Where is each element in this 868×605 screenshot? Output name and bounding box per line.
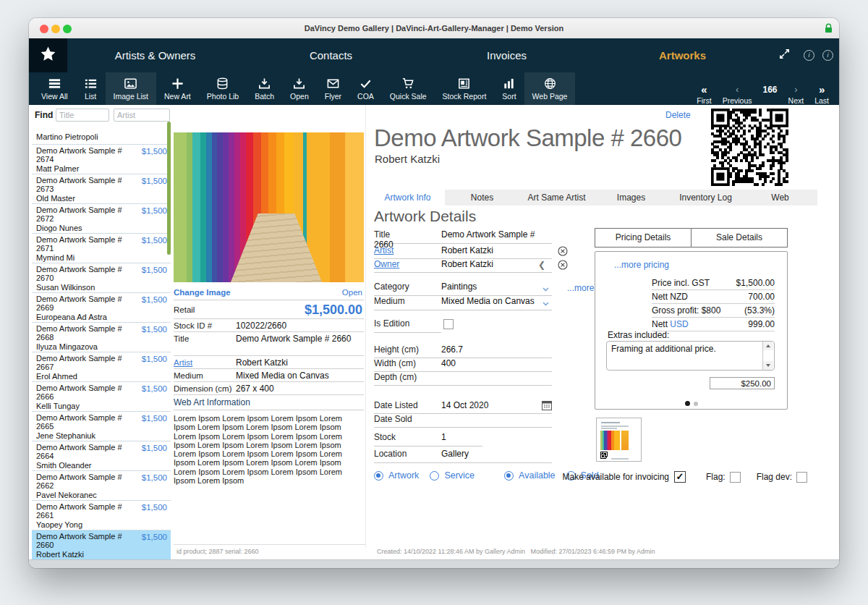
window-titlebar[interactable]: DaVincy Demo Gallery | DaVinci-Art-Galle…: [29, 18, 839, 39]
previous-record-button[interactable]: ‹ Previous: [723, 84, 752, 105]
nav-tab-invoices[interactable]: Invoices: [419, 38, 595, 72]
artwork-list-item[interactable]: Demo Artwork Sample # 2664Smith Oleander…: [32, 441, 171, 471]
pagination-dot-active[interactable]: [685, 401, 690, 406]
artwork-radio[interactable]: [374, 471, 383, 481]
toolbar-button-batch[interactable]: Batch: [247, 72, 282, 105]
info-icon[interactable]: i: [822, 50, 833, 61]
pagination-dot[interactable]: [694, 402, 698, 406]
artwork-image[interactable]: [174, 132, 364, 282]
owner-link[interactable]: Owner: [374, 259, 399, 269]
tab-sale-details[interactable]: Sale Details: [692, 229, 787, 247]
artwork-list-item[interactable]: Demo Artwork Sample # 2672Diogo Nunes$1,…: [32, 204, 171, 234]
artwork-list-item[interactable]: Demo Artwork Sample # 2665Jene Stephaniu…: [32, 412, 171, 441]
field-row-artist[interactable]: ArtistRobert Katzki: [374, 245, 552, 259]
tab-inventory-log[interactable]: Inventory Log: [668, 190, 743, 206]
field-row-date-listed[interactable]: Date Listed14 Oct 2020: [374, 400, 552, 414]
image-panel-row-dimension-cm[interactable]: Dimension (cm)267 x 400: [174, 382, 364, 395]
usd-link[interactable]: USD: [670, 319, 688, 329]
favorites-star-button[interactable]: [29, 38, 67, 72]
artwork-list-item[interactable]: Demo Artwork Sample # 2661Yaopey Yong$1,…: [32, 501, 171, 530]
open-image-link[interactable]: Open: [342, 288, 362, 297]
artwork-list-item[interactable]: Demo Artwork Sample # 2669Europeana Ad A…: [32, 293, 171, 323]
field-row-medium[interactable]: MediumMixed Media on Canvas: [374, 296, 552, 310]
field-row-location[interactable]: LocationGallery: [374, 449, 552, 463]
field-row-date-sold[interactable]: Date Sold: [374, 414, 552, 428]
field-row-width[interactable]: Width (cm)400: [374, 358, 552, 372]
artist-link[interactable]: Artist: [374, 245, 393, 255]
artwork-list-item[interactable]: Demo Artwork Sample # 2666Kelli Tungay$1…: [32, 382, 171, 412]
more-link[interactable]: ...more: [567, 283, 594, 293]
artwork-list-item[interactable]: Demo Artwork Sample # 2662Pavel Nekorane…: [32, 471, 171, 501]
image-panel-row-title[interactable]: TitleDemo Artwork Sample # 2660: [174, 332, 364, 356]
tab-art-same-artist[interactable]: Art Same Artist: [519, 190, 594, 206]
artwork-list-item[interactable]: Demo Artwork Sample # 2673Old Master$1,5…: [32, 174, 171, 204]
medium-select[interactable]: Mixed Media on Canvas: [441, 296, 535, 306]
field-row-category[interactable]: CategoryPaintings ...more: [374, 282, 552, 296]
is-edition-checkbox[interactable]: [443, 319, 454, 329]
location-field[interactable]: Gallery: [441, 449, 469, 459]
chevron-down-icon[interactable]: [542, 298, 549, 308]
toolbar-button-quick-sale[interactable]: Quick Sale: [382, 72, 435, 105]
height-field[interactable]: 266.7: [441, 344, 463, 355]
toolbar-button-new-art[interactable]: New Art: [156, 72, 199, 105]
artwork-list-item[interactable]: Demo Artwork Sample # 2667Erol Ahmed$1,5…: [32, 352, 171, 382]
artist-link[interactable]: Artist: [174, 356, 236, 369]
last-record-button[interactable]: » Last: [814, 84, 829, 105]
service-radio[interactable]: [430, 471, 439, 481]
artwork-list-item[interactable]: Demo Artwork Sample # 2660Robert Katzki$…: [32, 530, 171, 560]
toolbar-button-list[interactable]: List: [76, 72, 106, 105]
tab-images[interactable]: Images: [594, 190, 668, 206]
artwork-list-item[interactable]: Demo Artwork Sample # 2671Mymind Mi$1,50…: [32, 234, 171, 263]
scroll-up-button[interactable]: [763, 342, 773, 350]
image-panel-row-stock-id[interactable]: Stock ID #102022/2660: [174, 319, 364, 332]
find-artist-input[interactable]: [114, 109, 170, 122]
toolbar-button-photo-lib[interactable]: Photo Lib: [199, 72, 247, 105]
extras-textarea[interactable]: Framing at additional price.: [606, 341, 775, 371]
width-field[interactable]: 400: [441, 358, 456, 368]
scroll-down-button[interactable]: [763, 361, 773, 370]
owner-field[interactable]: Robert Katzki: [441, 259, 493, 269]
artwork-list-item-partial[interactable]: Martino Pietropoli: [32, 127, 171, 145]
toolbar-button-view-all[interactable]: View All: [33, 72, 76, 105]
chevron-down-icon[interactable]: [542, 284, 549, 294]
clear-artist-icon[interactable]: [558, 246, 568, 258]
nav-tab-artists-owners[interactable]: Artists & Owners: [67, 38, 243, 72]
field-row-depth[interactable]: Depth (cm): [374, 372, 552, 386]
expand-window-icon[interactable]: [778, 47, 791, 64]
tab-artwork-info[interactable]: Artwork Info: [370, 190, 445, 206]
tab-pricing-details[interactable]: Pricing Details: [595, 229, 692, 247]
image-panel-row-medium[interactable]: MediumMixed Media on Canvas: [174, 369, 364, 382]
next-record-button[interactable]: › Next: [788, 84, 804, 105]
change-image-link[interactable]: Change Image: [174, 288, 231, 297]
invoicing-checkbox[interactable]: ✓: [674, 471, 686, 483]
artwork-list-item[interactable]: Demo Artwork Sample # 2670Susan Wilkinso…: [32, 263, 171, 293]
tab-web[interactable]: Web: [743, 190, 817, 206]
field-row-stock[interactable]: Stock1: [374, 432, 482, 447]
more-pricing-link[interactable]: ...more pricing: [614, 260, 669, 270]
image-panel-row-artist[interactable]: ArtistRobert Katzki: [174, 356, 364, 369]
toolbar-button-stock-report[interactable]: Stock Report: [435, 72, 495, 105]
field-row-title[interactable]: TitleDemo Artwork Sample # 2660: [374, 229, 552, 244]
info-icon[interactable]: i: [804, 50, 814, 61]
stock-field[interactable]: 1: [441, 432, 446, 442]
field-row-height[interactable]: Height (cm)266.7: [374, 344, 552, 358]
available-radio[interactable]: [504, 471, 514, 481]
first-record-button[interactable]: « First: [697, 84, 711, 105]
field-row-owner[interactable]: OwnerRobert Katzki ❮: [374, 259, 552, 273]
list-scrollbar-thumb[interactable]: [167, 122, 171, 255]
find-title-input[interactable]: [56, 109, 109, 122]
toolbar-button-coa[interactable]: COA: [349, 72, 382, 105]
toolbar-button-sort[interactable]: Sort: [494, 72, 524, 105]
web-art-information-text[interactable]: Lorem Ipsom Lorem Ipsom Lorem Ipsom Lore…: [174, 414, 356, 485]
owner-chevron-left-icon[interactable]: ❮: [538, 260, 545, 270]
extras-amount-field[interactable]: $250.00: [710, 377, 775, 389]
delete-button[interactable]: Delete: [665, 110, 691, 120]
clear-owner-icon[interactable]: [558, 260, 568, 272]
nav-tab-artworks[interactable]: Artworks: [595, 38, 770, 72]
artist-field[interactable]: Robert Katzki: [441, 245, 493, 255]
textarea-scrollbar[interactable]: [762, 342, 774, 370]
flag-checkbox[interactable]: [730, 472, 741, 483]
date-listed-field[interactable]: 14 Oct 2020: [441, 400, 488, 410]
tab-notes[interactable]: Notes: [445, 190, 519, 206]
toolbar-button-flyer[interactable]: Flyer: [317, 72, 349, 105]
